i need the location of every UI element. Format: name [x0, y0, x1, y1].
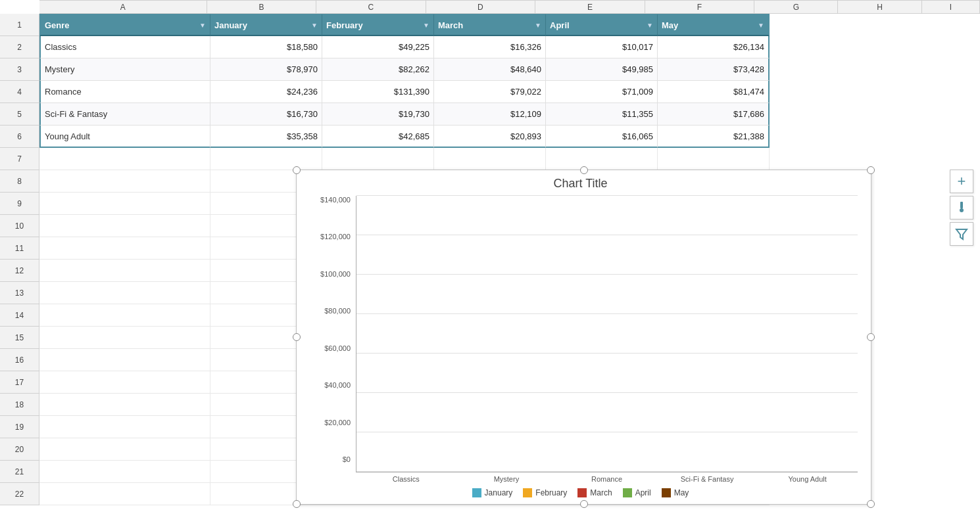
mar-cell[interactable]: $20,893: [434, 126, 546, 148]
empty-cell: [39, 461, 210, 483]
gridline: [356, 471, 858, 472]
empty-i: [941, 81, 980, 103]
apr-cell[interactable]: $16,065: [546, 126, 658, 148]
chart-filter-button[interactable]: [950, 222, 973, 246]
plot-area: [356, 196, 858, 472]
empty-cell: [941, 260, 980, 282]
col-header-f: F: [645, 0, 755, 13]
mar-cell[interactable]: $12,109: [434, 103, 546, 126]
y-axis-label: $60,000: [324, 344, 351, 352]
empty-i: [941, 126, 980, 148]
may-dropdown-icon[interactable]: ▼: [758, 22, 764, 29]
may-cell[interactable]: $81,474: [658, 81, 770, 103]
apr-cell[interactable]: $11,355: [546, 103, 658, 126]
svg-rect-0: [960, 202, 963, 208]
feb-cell[interactable]: $42,685: [322, 126, 434, 148]
apr-cell[interactable]: $49,985: [546, 58, 658, 81]
genre-cell[interactable]: Mystery: [39, 58, 210, 81]
genre-dropdown-icon[interactable]: ▼: [199, 22, 206, 29]
row-num-6: 6: [0, 126, 39, 148]
feb-cell[interactable]: $49,225: [322, 36, 434, 58]
empty-cell: [39, 394, 210, 416]
resize-handle-tr[interactable]: [867, 166, 875, 174]
genre-cell[interactable]: Young Adult: [39, 126, 210, 148]
header-feb[interactable]: February ▼: [322, 14, 434, 36]
genre-cell[interactable]: Classics: [39, 36, 210, 58]
cell-h1: [855, 14, 941, 36]
feb-cell[interactable]: $82,262: [322, 58, 434, 81]
jan-cell[interactable]: $78,970: [210, 58, 322, 81]
legend-swatch: [472, 488, 481, 497]
gridline: [356, 432, 858, 432]
col-header-g: G: [754, 0, 838, 13]
resize-handle-br[interactable]: [867, 500, 875, 508]
empty-h: [855, 58, 941, 81]
feb-cell[interactable]: $19,730: [322, 103, 434, 126]
resize-handle-tc[interactable]: [580, 166, 588, 174]
chart-buttons: +: [950, 170, 973, 246]
header-row: Genre ▼ January ▼ February ▼ March ▼ Apr…: [39, 14, 980, 36]
may-cell[interactable]: $21,388: [658, 126, 770, 148]
empty-cell: [941, 148, 980, 170]
jan-cell[interactable]: $16,730: [210, 103, 322, 126]
header-apr[interactable]: April ▼: [546, 14, 658, 36]
jan-cell[interactable]: $35,358: [210, 126, 322, 148]
row-num-7: 7: [0, 148, 39, 170]
mar-dropdown-icon[interactable]: ▼: [535, 22, 541, 29]
empty-g: [770, 126, 855, 148]
may-cell[interactable]: $17,686: [658, 103, 770, 126]
header-genre[interactable]: Genre ▼: [39, 14, 210, 36]
empty-h: [855, 36, 941, 58]
table-row: Mystery $78,970 $82,262 $48,640 $49,985 …: [39, 58, 980, 81]
may-cell[interactable]: $73,428: [658, 58, 770, 81]
jan-cell[interactable]: $24,236: [210, 81, 322, 103]
genre-cell[interactable]: Sci-Fi & Fantasy: [39, 103, 210, 126]
header-mar[interactable]: March ▼: [434, 14, 546, 36]
empty-cell: [941, 327, 980, 349]
y-axis: $140,000$120,000$100,000$80,000$60,000$4…: [303, 196, 356, 483]
resize-handle-bl[interactable]: [293, 500, 301, 508]
resize-handle-bc[interactable]: [580, 500, 588, 508]
chart-style-button[interactable]: [950, 196, 973, 219]
legend-label: March: [590, 488, 612, 497]
resize-handle-ml[interactable]: [293, 333, 301, 341]
feb-dropdown-icon[interactable]: ▼: [423, 22, 429, 29]
empty-h: [855, 103, 941, 126]
mar-cell[interactable]: $79,022: [434, 81, 546, 103]
empty-row: [39, 148, 980, 170]
y-axis-label: $100,000: [320, 270, 351, 278]
apr-dropdown-icon[interactable]: ▼: [647, 22, 653, 29]
apr-cell[interactable]: $10,017: [546, 36, 658, 58]
row-num-16: 16: [0, 349, 39, 371]
empty-g: [770, 36, 855, 58]
empty-cell: [39, 349, 210, 371]
empty-cell: [39, 237, 210, 260]
empty-cell: [39, 416, 210, 438]
y-axis-label: $80,000: [324, 307, 351, 315]
add-chart-element-button[interactable]: +: [950, 170, 973, 193]
apr-cell[interactable]: $71,009: [546, 81, 658, 103]
empty-g: [770, 58, 855, 81]
mar-cell[interactable]: $48,640: [434, 58, 546, 81]
header-jan[interactable]: January ▼: [210, 14, 322, 36]
bar-groups: [356, 196, 858, 472]
jan-cell[interactable]: $18,580: [210, 36, 322, 58]
empty-cell: [941, 483, 980, 505]
empty-cell: [210, 148, 322, 170]
empty-cell: [39, 215, 210, 237]
col-header-h: H: [838, 0, 921, 13]
may-cell[interactable]: $26,134: [658, 36, 770, 58]
gridline: [356, 313, 858, 314]
header-may[interactable]: May ▼: [658, 14, 770, 36]
resize-handle-tl[interactable]: [293, 166, 301, 174]
row-num-21: 21: [0, 461, 39, 483]
genre-cell[interactable]: Romance: [39, 81, 210, 103]
resize-handle-mr[interactable]: [867, 333, 875, 341]
empty-cell: [941, 304, 980, 327]
empty-h: [855, 81, 941, 103]
mar-cell[interactable]: $16,326: [434, 36, 546, 58]
row-num-9: 9: [0, 193, 39, 215]
jan-dropdown-icon[interactable]: ▼: [311, 22, 318, 29]
empty-g: [770, 81, 855, 103]
feb-cell[interactable]: $131,390: [322, 81, 434, 103]
